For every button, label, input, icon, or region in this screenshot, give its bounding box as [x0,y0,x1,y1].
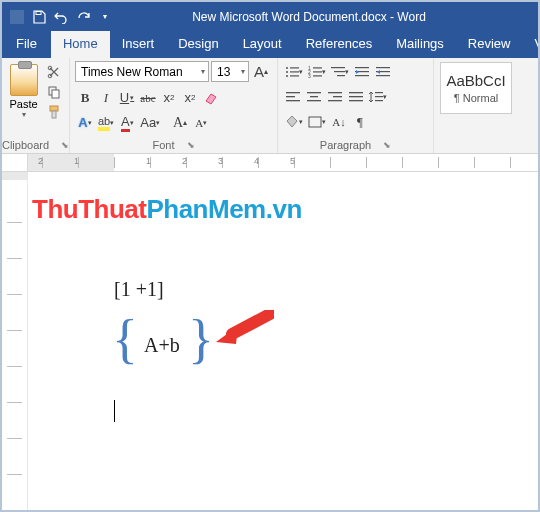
tab-home[interactable]: Home [51,31,110,58]
decrease-indent-icon[interactable] [352,61,372,82]
superscript-button[interactable]: x2 [180,87,200,108]
svg-rect-34 [307,100,321,101]
align-right-icon[interactable] [325,86,345,107]
vertical-ruler[interactable] [2,172,28,510]
highlight-button[interactable]: ab▾ [96,112,116,133]
group-font: Times New Roman▾ 13▾ A▴ B I U▾ abc x2 x2… [70,58,278,153]
svg-rect-32 [307,92,321,93]
svg-point-10 [286,71,288,73]
annotation-arrow-icon [212,310,274,350]
tab-view[interactable]: View [522,31,540,58]
paste-icon [10,64,38,96]
redo-icon[interactable] [74,8,92,26]
ribbon: Paste ▾ Clipboard⬊ Times New Roman▾ 13▾ … [2,58,538,154]
copy-icon[interactable] [44,83,64,101]
align-left-icon[interactable] [283,86,303,107]
font-dialog-launcher-icon[interactable]: ⬊ [187,140,195,150]
svg-rect-33 [310,96,318,97]
svg-rect-35 [328,92,342,93]
change-case-button[interactable]: Aa▾ [138,112,162,133]
svg-rect-36 [333,96,342,97]
svg-rect-38 [349,92,363,93]
svg-text:3: 3 [308,73,311,78]
grow-font-icon[interactable]: A▴ [251,61,271,82]
text-effects-button[interactable]: A▾ [75,112,95,133]
paragraph-dialog-launcher-icon[interactable]: ⬊ [383,140,391,150]
window-title: New Microsoft Word Document.docx - Word [120,10,538,24]
svg-rect-26 [376,67,390,68]
tab-file[interactable]: File [2,31,51,58]
shrink-font-button[interactable]: A▾ [191,112,211,133]
multilevel-icon[interactable]: ▾ [329,61,351,82]
svg-rect-17 [313,71,322,72]
tab-references[interactable]: References [294,31,384,58]
document-page[interactable]: ThuThuatPhanMem.vn [1 +1] { A+b } [28,172,538,510]
svg-rect-41 [375,92,383,93]
svg-rect-11 [290,71,299,72]
cut-icon[interactable] [44,63,64,81]
font-color-button[interactable]: A▾ [117,112,137,133]
svg-rect-9 [290,67,299,68]
svg-rect-19 [313,75,322,76]
clipboard-dialog-launcher-icon[interactable]: ⬊ [61,140,69,150]
svg-rect-28 [376,75,390,76]
svg-rect-21 [334,71,345,72]
svg-rect-7 [52,111,56,118]
document-text-line-2[interactable]: A+b [144,334,180,357]
increase-indent-icon[interactable] [373,61,393,82]
sort-icon[interactable]: A↓ [329,111,349,132]
word-app-icon[interactable] [8,8,26,26]
undo-icon[interactable] [52,8,70,26]
right-brace: } [188,308,214,370]
svg-rect-37 [328,100,342,101]
bullets-icon[interactable]: ▾ [283,61,305,82]
line-spacing-icon[interactable]: ▾ [367,86,389,107]
qat-customize-icon[interactable]: ▾ [96,8,114,26]
svg-point-12 [286,75,288,77]
svg-rect-5 [52,90,59,98]
document-area: ThuThuatPhanMem.vn [1 +1] { A+b } [2,172,538,510]
group-paragraph: ▾ 123▾ ▾ ▾ ▾ ▾ A↓ ¶ Paragraph⬊ [278,58,434,153]
svg-rect-1 [36,11,41,14]
eraser-icon[interactable] [201,87,221,108]
paste-button[interactable]: Paste ▾ [7,61,40,137]
tab-layout[interactable]: Layout [231,31,294,58]
svg-rect-15 [313,67,322,68]
save-icon[interactable] [30,8,48,26]
svg-rect-40 [349,100,363,101]
align-center-icon[interactable] [304,86,324,107]
shading-icon[interactable]: ▾ [283,111,305,132]
italic-button[interactable]: I [96,87,116,108]
numbering-icon[interactable]: 123▾ [306,61,328,82]
group-clipboard: Paste ▾ Clipboard⬊ [2,58,70,153]
svg-rect-44 [309,117,321,127]
font-name-combo[interactable]: Times New Roman▾ [75,61,209,82]
svg-rect-43 [375,100,383,101]
strikethrough-button[interactable]: abc [138,87,158,108]
svg-rect-0 [10,10,24,24]
watermark: ThuThuatPhanMem.vn [32,194,302,225]
group-label-clipboard: Clipboard [2,139,49,151]
ribbon-tabs: File Home Insert Design Layout Reference… [2,31,538,58]
svg-rect-6 [50,106,58,111]
quick-access-toolbar: ▾ [2,8,120,26]
grow-font-button[interactable]: A▴ [170,112,190,133]
svg-rect-39 [349,96,363,97]
bold-button[interactable]: B [75,87,95,108]
subscript-button[interactable]: x2 [159,87,179,108]
group-styles: AaBbCcI ¶ Normal [434,58,538,153]
font-size-combo[interactable]: 13▾ [211,61,249,82]
borders-icon[interactable]: ▾ [306,111,328,132]
tab-design[interactable]: Design [166,31,230,58]
underline-button[interactable]: U▾ [117,87,137,108]
style-normal[interactable]: AaBbCcI ¶ Normal [440,62,512,114]
format-painter-icon[interactable] [44,103,64,121]
document-text-line-1[interactable]: [1 +1] [114,278,164,301]
horizontal-ruler[interactable]: 2 1 1 2 3 4 5 [2,154,538,172]
tab-insert[interactable]: Insert [110,31,167,58]
justify-icon[interactable] [346,86,366,107]
svg-point-8 [286,67,288,69]
show-marks-icon[interactable]: ¶ [350,111,370,132]
tab-review[interactable]: Review [456,31,523,58]
tab-mailings[interactable]: Mailings [384,31,456,58]
